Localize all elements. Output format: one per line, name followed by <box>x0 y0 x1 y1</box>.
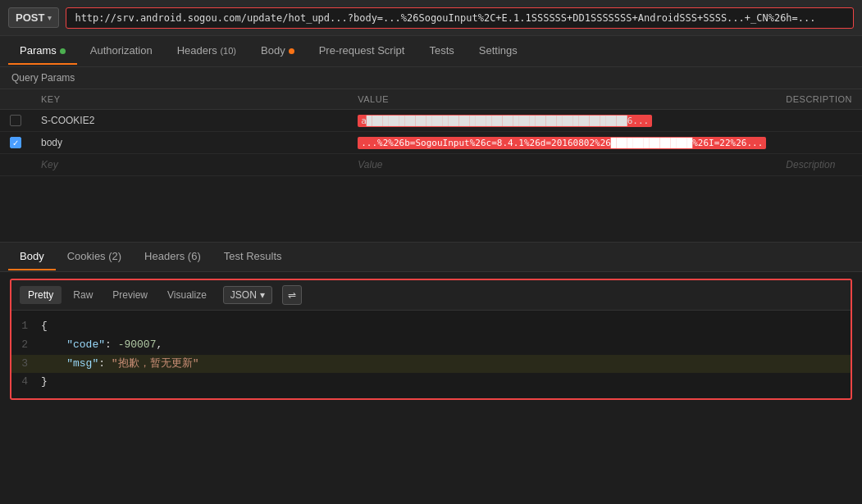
tab-tests[interactable]: Tests <box>417 38 465 65</box>
params-table: KEY VALUE DESCRIPTION S-COOKIE2 a███████… <box>0 89 862 176</box>
row3-key-placeholder[interactable]: Key <box>31 154 348 176</box>
code-area: 1 { 2 "code": -90007, 3 "msg": "抱歉，暂无更新"… <box>11 311 851 398</box>
row2-value-redacted: ...%2%26b=SogouInput%26c=8.4.1%26d=20160… <box>358 137 766 149</box>
col-header-value: VALUE <box>348 89 776 110</box>
response-format-row: Pretty Raw Preview Visualize JSON ▾ ⇌ <box>11 280 851 311</box>
col-header-key: KEY <box>31 89 348 110</box>
code-line-3: 3 "msg": "抱歉，暂无更新" <box>11 355 851 374</box>
row3-checkbox-cell <box>0 154 31 176</box>
body-dot <box>289 48 294 54</box>
method-chevron-icon: ▾ <box>48 14 52 22</box>
fmt-tab-preview[interactable]: Preview <box>104 286 156 304</box>
col-header-description: DESCRIPTION <box>776 89 862 110</box>
row3-value-placeholder[interactable]: Value <box>348 154 776 176</box>
tab-prerequest[interactable]: Pre-request Script <box>308 38 417 65</box>
table-row: Key Value Description <box>0 154 862 176</box>
tab-settings[interactable]: Settings <box>467 38 529 65</box>
row1-checkbox[interactable] <box>10 115 21 126</box>
table-row: body ...%2%26b=SogouInput%26c=8.4.1%26d=… <box>0 132 862 154</box>
col-header-check <box>0 89 31 110</box>
query-params-label: Query Params <box>0 67 862 89</box>
request-tabs: Params Authorization Headers (10) Body P… <box>0 36 862 67</box>
tab-authorization[interactable]: Authorization <box>79 38 164 65</box>
url-bar: POST ▾ http://srv.android.sogou.com/upda… <box>0 0 862 36</box>
wrap-icon: ⇌ <box>288 289 296 301</box>
json-chevron-icon: ▾ <box>260 289 265 301</box>
row2-value[interactable]: ...%2%26b=SogouInput%26c=8.4.1%26d=20160… <box>348 132 776 154</box>
row1-value[interactable]: a███████████████████████████████████████… <box>348 110 776 132</box>
resp-tab-body[interactable]: Body <box>8 243 56 270</box>
tab-params[interactable]: Params <box>8 38 77 65</box>
resp-tab-headers[interactable]: Headers (6) <box>133 243 212 270</box>
response-body-area: Pretty Raw Preview Visualize JSON ▾ ⇌ 1 <box>10 279 852 400</box>
row2-description[interactable] <box>776 132 862 154</box>
code-line-1: 1 { <box>11 317 851 336</box>
response-tabs: Body Cookies (2) Headers (6) Test Result… <box>0 243 862 272</box>
language-selector[interactable]: JSON ▾ <box>223 286 272 304</box>
row1-checkbox-cell[interactable] <box>0 110 31 132</box>
params-dot <box>60 48 66 54</box>
row2-key[interactable]: body <box>31 132 348 154</box>
tab-headers[interactable]: Headers (10) <box>166 38 248 65</box>
method-label: POST <box>16 11 44 24</box>
row1-key[interactable]: S-COOKIE2 <box>31 110 348 132</box>
response-section: Body Cookies (2) Headers (6) Test Result… <box>0 242 862 400</box>
spacer <box>0 176 862 242</box>
wrap-button[interactable]: ⇌ <box>282 285 302 305</box>
row1-description[interactable] <box>776 110 862 132</box>
fmt-tab-pretty[interactable]: Pretty <box>20 286 62 304</box>
code-line-4: 4 } <box>11 373 851 392</box>
fmt-tab-visualize[interactable]: Visualize <box>159 286 215 304</box>
row1-value-redacted: a███████████████████████████████████████… <box>358 115 652 127</box>
code-line-2: 2 "code": -90007, <box>11 336 851 355</box>
fmt-tab-raw[interactable]: Raw <box>65 286 101 304</box>
tab-body[interactable]: Body <box>249 38 306 65</box>
url-input[interactable]: http://srv.android.sogou.com/update/hot_… <box>66 7 854 29</box>
resp-tab-test-results[interactable]: Test Results <box>212 243 294 270</box>
row2-checkbox[interactable] <box>10 137 21 148</box>
row2-checkbox-cell[interactable] <box>0 132 31 154</box>
resp-tab-cookies[interactable]: Cookies (2) <box>56 243 133 270</box>
table-row: S-COOKIE2 a█████████████████████████████… <box>0 110 862 132</box>
url-text: http://srv.android.sogou.com/update/hot_… <box>75 12 815 24</box>
method-selector[interactable]: POST ▾ <box>8 7 59 28</box>
row3-description-placeholder[interactable]: Description <box>776 154 862 176</box>
